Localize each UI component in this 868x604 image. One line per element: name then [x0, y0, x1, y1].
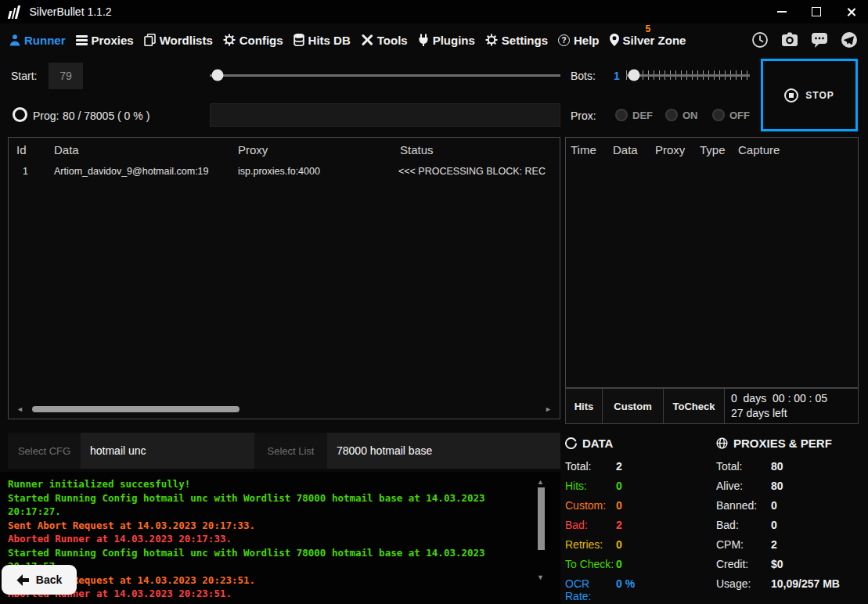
history-button[interactable]: [750, 31, 769, 50]
nav-item-settings[interactable]: Settings: [485, 34, 548, 47]
tab-hits[interactable]: Hits: [565, 388, 603, 424]
stat-row-bad: Bad: 2: [565, 519, 622, 531]
results-table: Id Data Proxy Status 1 Artiom_davidov_9@…: [8, 137, 560, 419]
nav-label: Hits DB: [308, 34, 351, 47]
select-cfg-button[interactable]: Select CFG: [8, 433, 81, 469]
runner-icon: [9, 34, 20, 46]
settings-gear-icon: [485, 34, 498, 46]
wordlists-icon: [144, 34, 156, 46]
data-section-header: DATA: [565, 437, 613, 450]
log-output: Runner initialized succesfully! Started …: [0, 472, 560, 604]
log-line: Sent Abort Request at 14.03.2023 20:17:3…: [8, 519, 534, 533]
history-clock-icon: [751, 31, 769, 49]
stat-row-ocr-rate: OCR Rate: 0 %: [565, 577, 635, 602]
nav-label: Proxies: [92, 34, 134, 47]
maximize-button[interactable]: [799, 0, 834, 23]
scroll-left-arrow[interactable]: ◄: [16, 402, 23, 416]
stat-value: 0 %: [616, 577, 635, 602]
nav-label: Silver Zone: [623, 34, 686, 47]
horizontal-scrollbar[interactable]: ◄ ►: [12, 402, 556, 416]
selected-wordlist-field[interactable]: 78000 hotmail base: [327, 433, 560, 469]
selected-config-field[interactable]: hotmail unc: [81, 433, 254, 469]
close-icon: [846, 7, 856, 17]
stat-label: Bad:: [565, 519, 616, 531]
column-header-data: Data: [54, 143, 79, 156]
bots-value: 1: [614, 70, 620, 82]
tab-custom[interactable]: Custom: [602, 388, 664, 424]
nav-item-silver-zone[interactable]: 5 Silver Zone: [610, 34, 686, 47]
stat-row-cpm: CPM: 2: [716, 538, 777, 551]
stat-label: Retries:: [565, 538, 616, 551]
progress-value: 80 / 78005 ( 0 % ): [63, 110, 149, 122]
log-line: Started Running Config hotmail unc with …: [8, 491, 534, 519]
nav-item-tools[interactable]: Tools: [361, 34, 408, 47]
nav-item-plugins[interactable]: Plugins: [418, 34, 475, 47]
stat-label: Total:: [716, 460, 771, 473]
title-bar: SilverBullet 1.1.2: [0, 0, 868, 23]
proxy-mode-def-radio[interactable]: DEF: [615, 109, 653, 121]
scroll-down-arrow[interactable]: ▼: [537, 570, 544, 584]
back-button[interactable]: Back: [2, 565, 77, 595]
nav-item-configs[interactable]: Configs: [223, 34, 283, 47]
start-input[interactable]: [49, 63, 83, 89]
hits-table: Time Data Proxy Type Capture: [565, 137, 859, 388]
globe-icon: [716, 437, 728, 449]
proxy-mode-on-radio[interactable]: ON: [665, 109, 698, 121]
nav-label: Tools: [377, 34, 408, 47]
stat-row-credit: Credit: $0: [716, 558, 783, 570]
row-id-cell: 1: [23, 166, 28, 177]
stat-row-banned: Banned: 0: [716, 499, 777, 512]
nav-label: Settings: [502, 34, 548, 47]
nav-item-help[interactable]: ? Help: [558, 34, 600, 47]
slider-track: [626, 74, 750, 77]
stat-row-hits: Hits: 0: [565, 480, 622, 492]
main-nav: Runner Proxies Wordlists Configs Hits DB…: [0, 23, 868, 56]
nav-item-hits-db[interactable]: Hits DB: [294, 34, 351, 47]
scroll-right-arrow[interactable]: ►: [545, 402, 552, 416]
tab-tocheck[interactable]: ToCheck: [663, 388, 725, 424]
stop-button-label: STOP: [805, 90, 834, 101]
scrollbar-thumb[interactable]: [32, 406, 240, 412]
stat-row-tocheck: To Check: 0: [565, 558, 622, 570]
stat-label: Alive:: [716, 480, 771, 492]
log-line: Started Running Config hotmail unc with …: [8, 546, 534, 573]
nav-item-wordlists[interactable]: Wordlists: [144, 34, 213, 47]
data-section-icon: [565, 437, 577, 449]
stat-label: Credit:: [716, 558, 771, 570]
stat-label: Hits:: [565, 480, 616, 492]
radio-label: ON: [683, 110, 698, 121]
scrollbar-thumb[interactable]: [538, 487, 545, 550]
window-title: SilverBullet 1.1.2: [30, 5, 112, 18]
log-line: Sent Abort Request at 14.03.2023 20:23:5…: [8, 573, 534, 588]
progress-bar: [210, 103, 560, 127]
proxy-mode-off-radio[interactable]: OFF: [712, 109, 750, 121]
stat-value: 80: [771, 480, 783, 492]
telegram-button[interactable]: [839, 31, 859, 50]
row-proxy-cell: isp.proxies.fo:4000: [238, 166, 320, 177]
stat-row-custom: Custom: 0: [565, 499, 622, 512]
screenshot-button[interactable]: [780, 31, 799, 50]
bots-slider[interactable]: [626, 69, 750, 81]
column-header-capture: Capture: [738, 143, 780, 156]
slider-thumb[interactable]: [628, 70, 640, 81]
stat-row-usage: Usage: 10,09/257 MB: [716, 577, 840, 590]
close-button[interactable]: [834, 0, 868, 23]
app-logo-icon: [8, 5, 20, 19]
minimize-button[interactable]: [765, 0, 799, 23]
nav-item-proxies[interactable]: Proxies: [76, 34, 134, 47]
help-icon: ?: [558, 34, 570, 46]
log-scrollbar[interactable]: ▲ ▼: [535, 475, 547, 599]
stat-row-proxy-bad: Bad: 0: [716, 519, 777, 531]
stop-button[interactable]: STOP: [761, 59, 858, 131]
nav-label: Configs: [240, 34, 283, 47]
nav-item-runner[interactable]: Runner: [9, 34, 66, 47]
start-position-slider[interactable]: [210, 69, 560, 81]
chat-button[interactable]: [809, 31, 829, 50]
nav-label: Runner: [24, 34, 66, 47]
stat-label: Total:: [565, 460, 616, 473]
radio-label: OFF: [729, 110, 750, 121]
slider-thumb[interactable]: [212, 70, 224, 81]
stat-label: To Check:: [565, 558, 616, 570]
column-header-data: Data: [613, 143, 638, 156]
select-list-button[interactable]: Select List: [254, 433, 327, 469]
